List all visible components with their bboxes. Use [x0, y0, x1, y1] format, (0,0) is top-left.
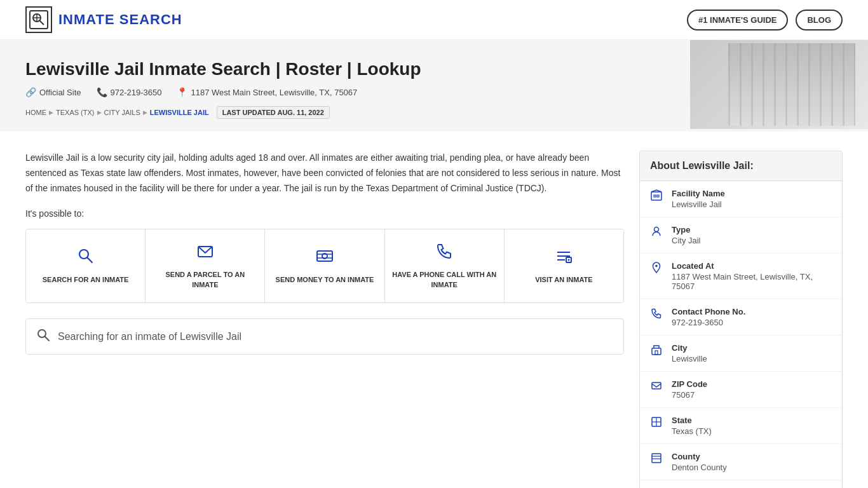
svg-rect-25 — [655, 351, 658, 355]
phone-meta: 📞 972-219-3650 — [97, 87, 162, 97]
svg-line-6 — [87, 258, 92, 263]
action-cards: SEARCH FOR AN INMATE SEND A PARCEL TO AN… — [25, 229, 624, 303]
sidebar-item-official-site[interactable]: Official Site — [640, 480, 842, 488]
type-label: Type — [672, 225, 701, 234]
svg-rect-24 — [652, 348, 661, 355]
action-card-visit[interactable]: VISIT AN INMATE — [505, 229, 623, 302]
facility-name-label: Facility Name — [672, 189, 725, 198]
logo-area: INMATE SEARCH — [25, 6, 182, 33]
facility-name-content: Facility Name Lewisville Jail — [672, 189, 725, 209]
located-at-content: Located At 1187 West Main Street, Lewisv… — [672, 261, 832, 291]
official-site-link[interactable]: 🔗 Official Site — [25, 87, 81, 97]
address-text: 1187 West Main Street, Lewisville, TX, 7… — [191, 88, 357, 97]
phone-content: Contact Phone No. 972-219-3650 — [672, 307, 745, 327]
phone-number: 972-219-3650 — [111, 88, 162, 97]
search-box-placeholder: Searching for an inmate of Lewisville Ja… — [58, 331, 241, 342]
located-at-label: Located At — [672, 261, 832, 271]
guide-button[interactable]: #1 INMATE'S GUIDE — [687, 10, 788, 30]
location-at-icon — [650, 262, 663, 276]
facility-name-value: Lewisville Jail — [672, 200, 725, 209]
sidebar-card: About Lewisville Jail: Facility Name Lew… — [639, 151, 843, 488]
official-site-label: Official Site — [39, 88, 81, 97]
phone-label: Contact Phone No. — [672, 307, 745, 316]
county-content: County Denton County — [672, 452, 727, 472]
breadcrumb-sep-2: ▶ — [97, 109, 102, 116]
breadcrumb-state[interactable]: TEXAS (TX) — [56, 109, 95, 116]
zip-value: 75067 — [672, 390, 707, 400]
located-at-value: 1187 West Main Street, Lewisville, TX, 7… — [672, 272, 832, 291]
svg-rect-26 — [652, 383, 661, 389]
svg-rect-8 — [317, 251, 332, 261]
sidebar-item-type: Type City Jail — [640, 217, 842, 254]
action-card-search[interactable]: SEARCH FOR AN INMATE — [26, 229, 146, 302]
visit-action-icon — [555, 247, 573, 269]
sidebar-item-located-at: Located At 1187 West Main Street, Lewisv… — [640, 254, 842, 299]
type-content: Type City Jail — [672, 225, 701, 245]
blog-button[interactable]: BLOG — [796, 10, 843, 30]
inmate-search-box[interactable]: Searching for an inmate of Lewisville Ja… — [25, 318, 624, 355]
county-value: Denton County — [672, 463, 727, 472]
sidebar-title: About Lewisville Jail: — [640, 151, 842, 181]
money-action-icon — [316, 247, 334, 269]
city-content: City Lewisville — [672, 343, 707, 363]
action-card-parcel[interactable]: SEND A PARCEL TO AN INMATE — [146, 229, 265, 302]
logo-icon — [25, 6, 52, 33]
search-action-icon — [77, 247, 95, 269]
page-title: Lewisville Jail Inmate Search | Roster |… — [25, 59, 843, 79]
content-left: Lewisville Jail is a low security city j… — [25, 151, 624, 488]
svg-rect-21 — [657, 195, 659, 197]
hero-section: Lewisville Jail Inmate Search | Roster |… — [0, 40, 868, 132]
hero-meta: 🔗 Official Site 📞 972-219-3650 📍 1187 We… — [25, 87, 843, 97]
phone-action-label: HAVE A PHONE CALL WITH AN INMATE — [391, 270, 498, 290]
possible-text: It's possible to: — [25, 208, 624, 219]
phone-action-icon — [435, 242, 453, 264]
svg-point-23 — [655, 265, 658, 268]
main-container: Lewisville Jail is a low security city j… — [0, 132, 868, 488]
state-icon — [650, 416, 663, 431]
type-value: City Jail — [672, 236, 701, 245]
action-card-phone[interactable]: HAVE A PHONE CALL WITH AN INMATE — [385, 229, 505, 302]
zip-label: ZIP Code — [672, 379, 707, 389]
svg-point-16 — [568, 259, 570, 261]
city-label: City — [672, 343, 707, 353]
search-action-label: SEARCH FOR AN INMATE — [43, 275, 129, 285]
svg-line-18 — [45, 337, 50, 341]
contact-phone-icon — [650, 308, 663, 322]
breadcrumb: HOME ▶ TEXAS (TX) ▶ CITY JAILS ▶ LEWISVI… — [25, 106, 843, 119]
sidebar: About Lewisville Jail: Facility Name Lew… — [639, 151, 843, 488]
sidebar-item-city: City Lewisville — [640, 336, 842, 372]
county-icon — [650, 452, 663, 467]
facility-icon — [650, 189, 663, 204]
visit-action-label: VISIT AN INMATE — [535, 275, 592, 285]
svg-line-2 — [40, 21, 44, 25]
description-text: Lewisville Jail is a low security city j… — [25, 151, 624, 196]
address-meta: 📍 1187 West Main Street, Lewisville, TX,… — [177, 87, 357, 97]
svg-rect-19 — [651, 192, 661, 200]
money-action-label: SEND MONEY TO AN INMATE — [276, 275, 374, 285]
state-label: State — [672, 416, 712, 425]
action-card-money[interactable]: SEND MONEY TO AN INMATE — [265, 229, 384, 302]
location-icon: 📍 — [177, 87, 187, 97]
breadcrumb-current[interactable]: LEWISVILLE JAIL — [150, 109, 209, 116]
last-updated-badge: LAST UPDATED AUG. 11, 2022 — [217, 106, 330, 119]
svg-rect-0 — [30, 11, 48, 29]
county-label: County — [672, 452, 727, 461]
city-icon — [650, 344, 663, 358]
parcel-action-icon — [196, 242, 214, 264]
svg-rect-30 — [652, 454, 661, 463]
breadcrumb-sep-1: ▶ — [49, 109, 53, 116]
svg-rect-20 — [654, 195, 656, 197]
state-value: Texas (TX) — [672, 426, 712, 436]
sidebar-item-facility-name: Facility Name Lewisville Jail — [640, 181, 842, 217]
search-box-icon — [36, 328, 50, 345]
breadcrumb-category[interactable]: CITY JAILS — [104, 109, 140, 116]
sidebar-item-phone: Contact Phone No. 972-219-3650 — [640, 299, 842, 336]
header: INMATE SEARCH #1 INMATE'S GUIDE BLOG — [0, 0, 868, 40]
sidebar-item-zip: ZIP Code 75067 — [640, 372, 842, 408]
sidebar-item-county: County Denton County — [640, 444, 842, 480]
link-icon: 🔗 — [25, 87, 36, 97]
breadcrumb-home[interactable]: HOME — [25, 109, 46, 116]
logo-text: INMATE SEARCH — [58, 11, 182, 28]
breadcrumb-sep-3: ▶ — [143, 109, 147, 116]
phone-icon: 📞 — [97, 87, 107, 97]
